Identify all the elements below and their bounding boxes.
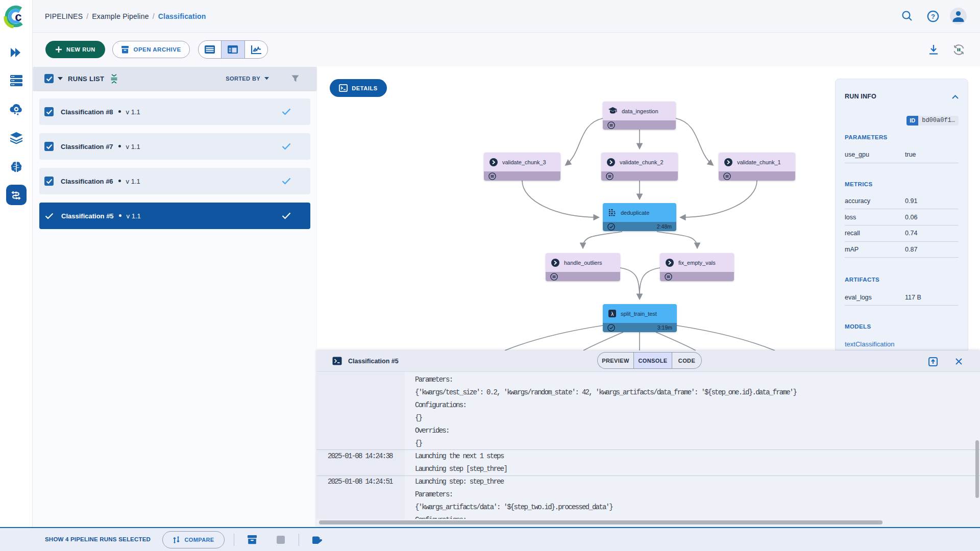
svg-text:λ: λ (611, 311, 614, 317)
svg-text:?: ? (931, 13, 935, 20)
svg-text:c: c (15, 10, 21, 23)
